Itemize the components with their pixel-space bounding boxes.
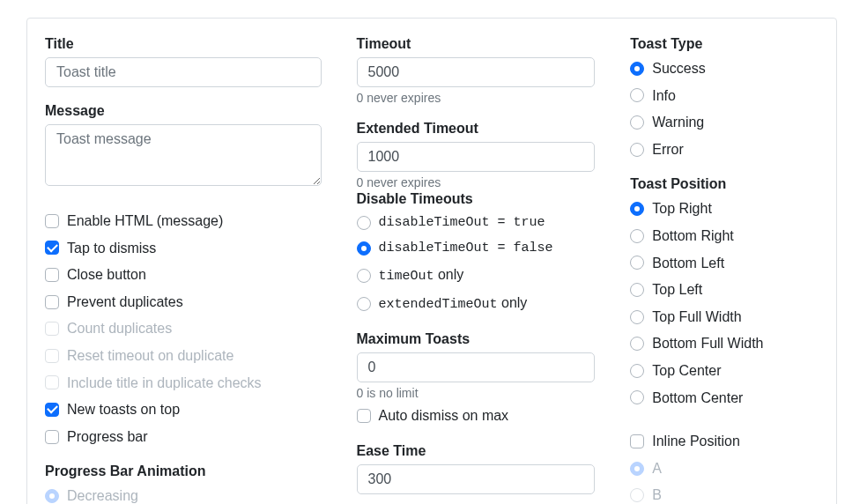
radio-disable-false[interactable]: disableTimeOut = false: [357, 238, 596, 259]
config-panel: Title Message Enable HTML (message) Tap …: [26, 18, 837, 504]
radio-label: Bottom Full Width: [652, 332, 763, 355]
radio-pos-bottom-left[interactable]: Bottom Left: [630, 252, 819, 275]
radio-icon: [357, 269, 371, 283]
check-progress-bar[interactable]: Progress bar: [45, 426, 322, 448]
radio-icon: [630, 310, 644, 324]
radio-label: Info: [652, 85, 676, 107]
radio-label: Error: [652, 138, 684, 161]
radio-label: Bottom Right: [652, 225, 733, 248]
radio-label: Top Right: [652, 197, 712, 220]
column-content: Title Message Enable HTML (message) Tap …: [45, 36, 322, 504]
radio-icon: [630, 115, 644, 130]
check-auto-dismiss[interactable]: Auto dismiss on max: [357, 404, 596, 427]
check-label: Auto dismiss on max: [379, 404, 509, 427]
checkbox-icon: [45, 295, 59, 309]
ease-time-label: Ease Time: [357, 443, 596, 459]
check-prevent-duplicates[interactable]: Prevent duplicates: [45, 291, 322, 314]
toast-position-label: Toast Position: [630, 176, 819, 192]
radio-label: Success: [652, 57, 705, 80]
radio-pos-bottom-center[interactable]: Bottom Center: [630, 387, 819, 410]
radio-inline-b: B: [630, 484, 819, 504]
check-enable-html[interactable]: Enable HTML (message): [45, 210, 322, 233]
check-label: New toasts on top: [67, 398, 180, 421]
radio-icon: [630, 229, 644, 243]
checkbox-icon: [45, 430, 59, 444]
check-close-button[interactable]: Close button: [45, 263, 322, 286]
checkbox-icon: [45, 241, 59, 255]
check-label: Close button: [67, 263, 146, 286]
radio-label: Top Full Width: [652, 306, 741, 329]
title-input[interactable]: [45, 57, 322, 87]
title-label: Title: [45, 36, 322, 52]
check-reset-timeout: Reset timeout on duplicate: [45, 345, 322, 367]
check-label: Inline Position: [652, 430, 740, 453]
radio-icon: [630, 283, 644, 297]
radio-type-info[interactable]: Info: [630, 85, 819, 107]
column-type-position: Toast Type Success Info Warning Error To…: [630, 36, 819, 504]
check-tap-dismiss[interactable]: Tap to dismiss: [45, 237, 322, 260]
radio-label: timeOut only: [379, 263, 464, 287]
radio-pos-bottom-full[interactable]: Bottom Full Width: [630, 332, 819, 355]
radio-ext-timeout-only[interactable]: extendedTimeOut only: [357, 292, 596, 315]
check-label: Include title in duplicate checks: [67, 372, 262, 395]
radio-type-error[interactable]: Error: [630, 138, 819, 161]
ease-time-input[interactable]: [357, 464, 596, 494]
check-inline-position[interactable]: Inline Position: [630, 430, 819, 453]
timeout-help: 0 never expires: [357, 91, 596, 105]
radio-label: Bottom Left: [652, 252, 724, 275]
radio-icon: [357, 216, 371, 230]
radio-icon: [630, 390, 644, 404]
radio-icon: [630, 202, 644, 216]
checkbox-icon: [45, 214, 59, 228]
timeout-input[interactable]: [357, 57, 596, 87]
radio-icon: [357, 297, 371, 311]
check-count-duplicates: Count duplicates: [45, 317, 322, 340]
radio-type-success[interactable]: Success: [630, 57, 819, 80]
radio-pos-top-left[interactable]: Top Left: [630, 278, 819, 301]
column-timing: Timeout 0 never expires Extended Timeout…: [357, 36, 596, 504]
radio-icon: [630, 462, 644, 476]
check-label: Count duplicates: [67, 317, 172, 340]
radio-inline-a: A: [630, 457, 819, 480]
radio-icon: [630, 62, 644, 76]
timeout-label: Timeout: [357, 36, 596, 52]
radio-pos-bottom-right[interactable]: Bottom Right: [630, 225, 819, 248]
radio-icon: [630, 88, 644, 102]
max-toasts-input[interactable]: [357, 352, 596, 382]
radio-disable-true[interactable]: disableTimeOut = true: [357, 212, 596, 233]
radio-icon: [357, 241, 371, 256]
radio-timeout-only[interactable]: timeOut only: [357, 263, 596, 287]
radio-type-warning[interactable]: Warning: [630, 111, 819, 134]
radio-icon: [630, 337, 644, 351]
check-label: Reset timeout on duplicate: [67, 345, 233, 367]
max-toasts-label: Maximum Toasts: [357, 331, 596, 347]
max-help: 0 is no limit: [357, 386, 596, 400]
check-newest-top[interactable]: New toasts on top: [45, 398, 322, 421]
radio-icon: [45, 489, 59, 503]
check-include-title: Include title in duplicate checks: [45, 372, 322, 395]
check-label: Tap to dismiss: [67, 237, 156, 260]
radio-icon: [630, 143, 644, 157]
checkbox-icon: [45, 349, 59, 363]
radio-label: disableTimeOut = true: [379, 212, 545, 233]
ext-timeout-help: 0 never expires: [357, 175, 596, 189]
ext-timeout-input[interactable]: [357, 142, 596, 172]
radio-label: Warning: [652, 111, 704, 134]
checkbox-icon: [45, 268, 59, 282]
radio-pos-top-center[interactable]: Top Center: [630, 359, 819, 382]
radio-decreasing: Decreasing: [45, 485, 322, 504]
radio-label: Top Left: [652, 278, 702, 301]
radio-label: Bottom Center: [652, 387, 743, 410]
radio-pos-top-full[interactable]: Top Full Width: [630, 306, 819, 329]
message-input[interactable]: [45, 124, 322, 186]
radio-pos-top-right[interactable]: Top Right: [630, 197, 819, 220]
ext-timeout-label: Extended Timeout: [357, 121, 596, 137]
disable-timeouts-label: Disable Timeouts: [357, 191, 596, 207]
radio-label: B: [652, 484, 662, 504]
radio-label: disableTimeOut = false: [379, 238, 553, 259]
radio-icon: [630, 364, 644, 378]
checkbox-icon: [630, 434, 644, 448]
checkbox-icon: [45, 403, 59, 417]
radio-label: extendedTimeOut only: [379, 292, 528, 315]
toast-type-label: Toast Type: [630, 36, 819, 52]
